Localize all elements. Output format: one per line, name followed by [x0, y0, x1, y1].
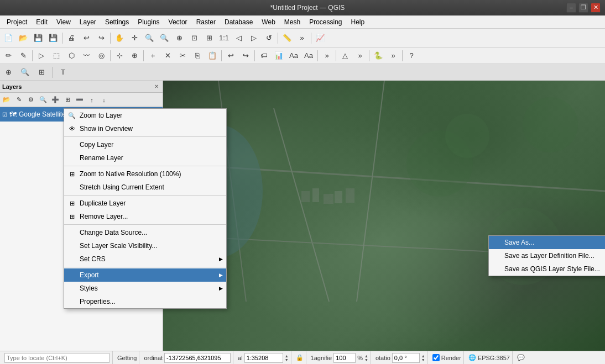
select-poly-button[interactable]: ⬡ — [64, 49, 79, 63]
submenu-save-as[interactable]: Save As... — [489, 236, 605, 249]
paste-feature-button[interactable]: 📋 — [205, 49, 220, 63]
menu-view[interactable]: View — [52, 15, 75, 28]
menu-project[interactable]: Project — [2, 15, 32, 28]
magnify-input[interactable] — [333, 353, 356, 363]
map-area[interactable]: Save As... Save as Layer Definition File… — [163, 81, 605, 351]
submenu-save-layer-def[interactable]: Save as Layer Definition File... — [489, 249, 605, 262]
label2-button[interactable]: Aa — [286, 49, 301, 63]
layer-open-button[interactable]: 📂 — [1, 94, 12, 105]
locate-input[interactable] — [4, 353, 109, 363]
locate3-button[interactable]: ⊞ — [34, 65, 49, 80]
magnify-arrows[interactable]: ▲▼ — [364, 354, 368, 362]
layer-search-button[interactable]: 🔍 — [38, 94, 49, 105]
layer-group-button[interactable]: ⊞ — [62, 94, 73, 105]
zoom-in-button[interactable]: 🔍 — [142, 31, 157, 45]
zoom-selection-button[interactable]: ⊞ — [202, 31, 216, 45]
menu-database[interactable]: Database — [220, 15, 257, 28]
zoom-full-button[interactable]: ⊕ — [172, 31, 186, 45]
diagram-button[interactable]: 📊 — [272, 49, 286, 63]
menu-help[interactable]: Help — [347, 15, 369, 28]
label-button[interactable]: 🏷 — [257, 49, 271, 63]
save-project-button[interactable]: 💾 — [31, 31, 45, 45]
scale-arrows[interactable]: ▲▼ — [285, 354, 289, 362]
move-feature-button[interactable]: ⊕ — [127, 49, 142, 63]
crs-section[interactable]: 🌐 EPSG:3857 — [466, 351, 513, 364]
close-button[interactable]: ✕ — [591, 3, 601, 13]
render-checkbox[interactable] — [432, 354, 440, 361]
new-project-button[interactable]: 📄 — [1, 31, 15, 45]
submenu-save-qgis-style[interactable]: Save as QGIS Layer Style File... — [489, 262, 605, 276]
ctx-remove-layer[interactable]: ⊞ Remove Layer... — [64, 210, 226, 223]
zoom-prev-button[interactable]: ◁ — [232, 31, 246, 45]
pan-button[interactable]: ✋ — [112, 31, 127, 45]
layer-move-up-button[interactable]: ↑ — [86, 94, 97, 105]
scale-input[interactable] — [244, 353, 283, 363]
layer-move-down-button[interactable]: ↓ — [98, 94, 109, 105]
locate4-button[interactable]: T — [56, 65, 70, 80]
save-as-button[interactable]: 💾 — [46, 31, 60, 45]
ctx-scale-visibility[interactable]: Set Layer Scale Visibility... — [64, 239, 226, 252]
select-radius-button[interactable]: ◎ — [94, 49, 108, 63]
layer-remove-button[interactable]: ➖ — [74, 94, 85, 105]
more3-button[interactable]: » — [353, 49, 367, 63]
layer-add-button[interactable]: ➕ — [50, 94, 61, 105]
redo-button[interactable]: ↪ — [94, 31, 108, 45]
zoom-native-button[interactable]: 1:1 — [217, 31, 231, 45]
select-button[interactable]: ▷ — [34, 49, 49, 63]
cut-feature-button[interactable]: ✂ — [175, 49, 190, 63]
undo-button[interactable]: ↩ — [79, 31, 93, 45]
layer-checkbox[interactable]: ☑ — [2, 112, 7, 118]
menu-processing[interactable]: Processing — [305, 15, 346, 28]
select-freehand-button[interactable]: 〰 — [79, 49, 93, 63]
ctx-show-overview[interactable]: 👁 Show in Overview — [64, 122, 226, 135]
menu-layer[interactable]: Layer — [75, 15, 101, 28]
zoom-next-button[interactable]: ▷ — [247, 31, 261, 45]
coordinate-input[interactable] — [164, 353, 231, 363]
zoom-layer-button[interactable]: ⊡ — [187, 31, 201, 45]
ctx-set-crs[interactable]: Set CRS — [64, 252, 226, 266]
zoom-out-button[interactable]: 🔍 — [157, 31, 171, 45]
layer-edit-button[interactable]: ✎ — [13, 94, 24, 105]
menu-settings[interactable]: Settings — [101, 15, 133, 28]
python-button[interactable]: 🐍 — [371, 49, 385, 63]
minimize-button[interactable]: − — [566, 3, 576, 13]
pan-map-button[interactable]: ✛ — [127, 31, 142, 45]
copy-feature-button[interactable]: ⎘ — [190, 49, 205, 63]
ctx-change-source[interactable]: Change Data Source... — [64, 226, 226, 239]
layers-close-button[interactable]: ✕ — [153, 83, 160, 90]
open-project-button[interactable]: 📂 — [16, 31, 30, 45]
undo-edit-button[interactable]: ↩ — [223, 49, 238, 63]
rotation-arrows[interactable]: ▲▼ — [421, 354, 425, 362]
digitize-button[interactable]: ✏ — [1, 49, 15, 63]
menu-web[interactable]: Web — [257, 15, 279, 28]
ctx-duplicate-layer[interactable]: ⊞ Duplicate Layer — [64, 197, 226, 210]
terrain-button[interactable]: △ — [338, 49, 352, 63]
rotation-input[interactable] — [392, 353, 420, 363]
menu-edit[interactable]: Edit — [32, 15, 52, 28]
menu-vector[interactable]: Vector — [164, 15, 192, 28]
select-rect-button[interactable]: ⬚ — [49, 49, 64, 63]
chart-button[interactable]: 📈 — [313, 31, 327, 45]
locate1-button[interactable]: ⊕ — [1, 65, 15, 80]
ctx-properties[interactable]: Properties... — [64, 295, 226, 308]
more4-button[interactable]: » — [386, 49, 400, 63]
menu-raster[interactable]: Raster — [192, 15, 220, 28]
menu-mesh[interactable]: Mesh — [280, 15, 305, 28]
locate2-button[interactable]: 🔍 — [18, 65, 32, 80]
ctx-styles[interactable]: Styles — [64, 282, 226, 295]
restore-button[interactable]: ❐ — [578, 3, 588, 13]
node-tool-button[interactable]: ⊹ — [112, 49, 127, 63]
menu-plugins[interactable]: Plugins — [133, 15, 164, 28]
edit-button[interactable]: ✎ — [16, 49, 30, 63]
print-button[interactable]: 🖨 — [64, 31, 79, 45]
ctx-zoom-to-layer[interactable]: 🔍 Zoom to Layer — [64, 109, 226, 122]
redo-edit-button[interactable]: ↪ — [238, 49, 253, 63]
ctx-export[interactable]: Export — [64, 268, 226, 282]
refresh-button[interactable]: ↺ — [262, 31, 276, 45]
delete-selected-button[interactable]: ✕ — [160, 49, 175, 63]
more2-button[interactable]: » — [320, 49, 334, 63]
ctx-zoom-native[interactable]: ⊞ Zoom to Native Resolution (100%) — [64, 167, 226, 181]
ruler-button[interactable]: 📏 — [280, 31, 294, 45]
help-button[interactable]: ? — [404, 49, 419, 63]
layer-filter-button[interactable]: ⚙ — [25, 94, 36, 105]
